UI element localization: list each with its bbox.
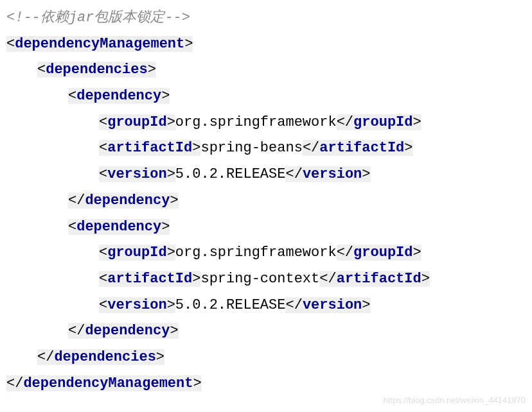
artifactId-line: <artifactId>spring-beans</artifactId>: [6, 135, 526, 162]
groupId-line: <groupId>org.springframework</groupId>: [6, 110, 526, 136]
artifactId-value: spring-context: [200, 271, 319, 287]
version-line: <version>5.0.2.RELEASE</version>: [6, 162, 526, 188]
xml-comment: <!--依赖jar包版本锁定-->: [6, 10, 190, 26]
xml-code-block: <!--依赖jar包版本锁定--> <dependencyManagement>…: [6, 5, 526, 397]
watermark-text: https://blog.csdn.net/weixin_44141870: [384, 393, 526, 408]
version-value: 5.0.2.RELEASE: [175, 166, 286, 182]
open-dependencies: <dependencies>: [6, 57, 526, 83]
comment-line: <!--依赖jar包版本锁定-->: [6, 5, 526, 31]
groupId-value: org.springframework: [175, 245, 337, 261]
groupId-value: org.springframework: [175, 114, 337, 130]
close-dependency: </dependency>: [6, 188, 526, 214]
close-dependency: </dependency>: [6, 318, 526, 345]
artifactId-line: <artifactId>spring-context</artifactId>: [6, 266, 526, 293]
version-line: <version>5.0.2.RELEASE</version>: [6, 293, 526, 319]
close-dependencies: </dependencies>: [6, 345, 526, 371]
open-dependency: <dependency>: [6, 83, 526, 110]
open-dependencyManagement: <dependencyManagement>: [6, 31, 526, 58]
open-dependency: <dependency>: [6, 214, 526, 241]
artifactId-value: spring-beans: [200, 140, 302, 156]
groupId-line: <groupId>org.springframework</groupId>: [6, 240, 526, 266]
version-value: 5.0.2.RELEASE: [175, 297, 286, 313]
